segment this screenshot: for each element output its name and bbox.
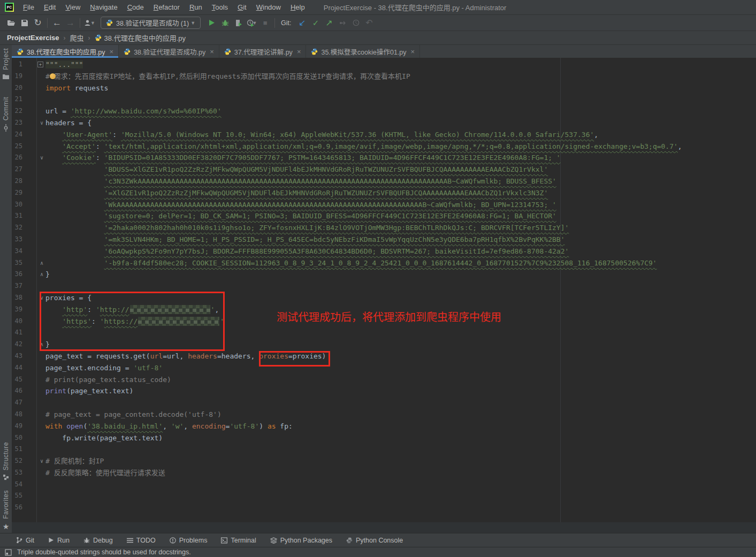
- run-configuration-select[interactable]: 38.验证代理是否成功 (1) ▼: [101, 17, 201, 29]
- toolwindow-button-debug[interactable]: Debug: [83, 537, 113, 544]
- profiler-button[interactable]: ▼: [245, 17, 258, 29]
- code-editor[interactable]: 1+"""..."""19# 需求：先百度搜索IP地址，查看本机IP,然后利用r…: [12, 58, 756, 533]
- fold-marker-icon[interactable]: ∧: [22, 269, 45, 280]
- menu-navigate[interactable]: Navigate: [85, 2, 122, 13]
- git-cherry-pick-icon[interactable]: [336, 17, 349, 29]
- history-clock-icon[interactable]: [349, 17, 363, 29]
- breadcrumb-separator: ›: [88, 34, 90, 42]
- folder-icon: [3, 74, 9, 79]
- git-commit-check-icon[interactable]: ✓: [309, 17, 323, 29]
- git-update-icon[interactable]: ↙: [296, 17, 309, 29]
- line-number: 25: [12, 141, 22, 152]
- toolwindow-button-git[interactable]: Git: [16, 537, 34, 544]
- open-folder-icon[interactable]: [4, 17, 18, 29]
- python-icon: [95, 34, 102, 41]
- code-line: 43page_text = requests.get(url=url, head…: [12, 350, 756, 362]
- line-number: 49: [12, 421, 22, 432]
- breadcrumb-separator: ›: [64, 34, 66, 42]
- sidebar-item-project[interactable]: Project: [0, 48, 12, 79]
- menu-tools[interactable]: Tools: [207, 2, 233, 13]
- fold-column: [22, 327, 45, 339]
- fold-column: [22, 304, 45, 316]
- code-line: 48# page_text = page_content.decode('utf…: [12, 409, 756, 421]
- sidebar-item-commit[interactable]: Commit: [0, 97, 12, 132]
- line-number: 23: [12, 117, 22, 129]
- back-icon[interactable]: ←: [50, 17, 64, 29]
- toolbar-separator: [80, 18, 80, 28]
- window-title: ProjectExercise - 38.代理在爬虫中的应用.py - Admi…: [324, 2, 507, 12]
- toolwindow-button-problems[interactable]: Problems: [170, 537, 208, 544]
- breadcrumb-project[interactable]: ProjectExercise: [7, 34, 59, 42]
- editor-tab[interactable]: 35.模拟登录cookie操作01.py×: [306, 45, 420, 58]
- rollback-icon[interactable]: ↶: [363, 17, 376, 29]
- close-icon[interactable]: ×: [210, 48, 214, 56]
- chevron-down-icon[interactable]: ▼: [253, 20, 257, 26]
- fold-marker-icon[interactable]: ∨: [22, 292, 45, 304]
- fold-column: [22, 141, 45, 152]
- fold-marker-icon[interactable]: ∨: [22, 152, 45, 164]
- fold-column: [22, 444, 45, 455]
- code-line: 19# 需求：先百度搜索IP地址，查看本机IP,然后利用requests添加代理…: [12, 71, 756, 82]
- code-line: 28 'c3N3ZWkAAAAAAAAAAAAAAAAAAAAAAAAAAAAA…: [12, 176, 756, 187]
- forward-icon[interactable]: →: [64, 17, 77, 29]
- close-icon[interactable]: ×: [411, 48, 415, 56]
- git-push-icon[interactable]: ↗: [323, 17, 336, 29]
- editor-tab[interactable]: 38.代理在爬虫中的应用.py×: [12, 45, 119, 58]
- menu-window[interactable]: Window: [251, 2, 286, 13]
- close-icon[interactable]: ×: [297, 48, 301, 56]
- menu-code[interactable]: Code: [123, 2, 149, 13]
- fold-marker-icon[interactable]: ∧: [22, 257, 45, 269]
- stop-button[interactable]: ■: [258, 17, 272, 29]
- save-all-icon[interactable]: [18, 17, 31, 29]
- code-line: 23∨headers = {: [12, 117, 756, 129]
- horizontal-scrollbar-track[interactable]: [12, 522, 756, 533]
- menu-view[interactable]: View: [60, 2, 85, 13]
- code-line: 35∧ '-b9fa-8f4df580ec28; COOKIE_SESSION=…: [12, 257, 756, 269]
- sidebar-item-structure[interactable]: Structure: [0, 442, 12, 480]
- line-number: 34: [12, 246, 22, 257]
- fold-marker-icon[interactable]: ∧: [22, 339, 45, 350]
- list-icon: [127, 538, 133, 543]
- toolwindow-button-python-console[interactable]: Python Console: [346, 537, 403, 544]
- sync-icon[interactable]: ↻: [31, 17, 44, 29]
- menu-refactor[interactable]: Refactor: [149, 2, 185, 13]
- fold-marker-icon[interactable]: ∨: [22, 455, 45, 467]
- censored-proxy-address: [138, 317, 219, 326]
- run-button[interactable]: [205, 17, 218, 29]
- fold-marker-icon[interactable]: +: [22, 59, 45, 71]
- debug-button[interactable]: [218, 17, 232, 29]
- line-number: 51: [12, 444, 22, 455]
- code-line: 22url = 'http://www.baidu.com/s?wd=%60IP…: [12, 105, 756, 117]
- tab-bar: 38.代理在爬虫中的应用.py×38.验证代理是否成功.py×37.代理理论讲解…: [12, 45, 756, 58]
- menu-file[interactable]: File: [18, 2, 39, 13]
- fold-marker-icon[interactable]: ∨: [22, 117, 45, 129]
- line-number: 28: [12, 176, 22, 187]
- sidebar-item-favorites[interactable]: Favorites ★: [0, 490, 12, 530]
- code-line: 41: [12, 327, 756, 339]
- tab-label: 35.模拟登录cookie操作01.py: [321, 47, 406, 57]
- toolwindow-toggle-icon[interactable]: [5, 549, 12, 556]
- line-number: 40: [12, 316, 22, 327]
- toolwindow-button-todo[interactable]: TODO: [127, 537, 156, 544]
- run-with-coverage-button[interactable]: [232, 17, 245, 29]
- menu-run[interactable]: Run: [185, 2, 207, 13]
- terminal-icon: [221, 537, 227, 544]
- code-line: 24 'User-Agent': 'Mozilla/5.0 (Windows N…: [12, 129, 756, 141]
- breadcrumb-file[interactable]: 38.代理在爬虫中的应用.py: [95, 33, 186, 43]
- breadcrumb-folder[interactable]: 爬虫: [70, 33, 84, 43]
- close-icon[interactable]: ×: [110, 48, 114, 56]
- editor-tab[interactable]: 38.验证代理是否成功.py×: [119, 45, 219, 58]
- menu-edit[interactable]: Edit: [39, 2, 60, 13]
- censored-proxy-address: [130, 305, 210, 314]
- toolwindow-button-python-packages[interactable]: Python Packages: [270, 537, 332, 544]
- menu-help[interactable]: Help: [286, 2, 310, 13]
- toolwindow-button-run[interactable]: Run: [48, 537, 70, 544]
- profile-user-icon[interactable]: ▼: [83, 17, 96, 29]
- editor-tab[interactable]: 37.代理理论讲解.py×: [219, 45, 307, 58]
- line-number: 56: [12, 502, 22, 514]
- toolwindow-button-label: Terminal: [231, 537, 256, 544]
- toolwindow-button-terminal[interactable]: Terminal: [221, 537, 256, 544]
- menu-git[interactable]: Git: [233, 2, 251, 13]
- intention-bulb-icon[interactable]: [50, 73, 56, 79]
- code-line: 46print(page_text.text): [12, 385, 756, 397]
